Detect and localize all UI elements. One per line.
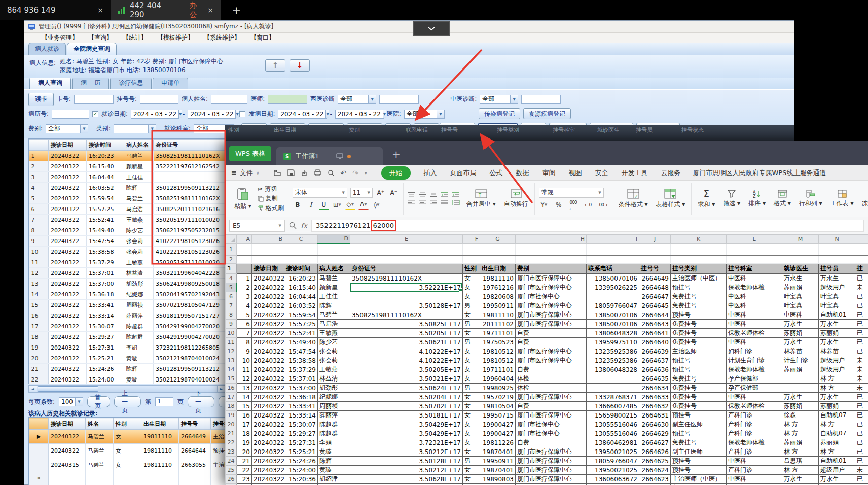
wps-menu-item[interactable]: 视图 xyxy=(569,168,582,178)
increase-decimal-icon[interactable]: ←.0 xyxy=(583,200,593,210)
row-number[interactable]: 2 xyxy=(226,256,237,264)
close-icon[interactable]: × xyxy=(207,6,213,14)
print-preview-icon[interactable] xyxy=(328,169,335,176)
column-header[interactable]: 挂号类 xyxy=(211,418,226,430)
wps-menu-item[interactable]: 数据 xyxy=(516,168,529,178)
his-tab[interactable]: 全院病史查询 xyxy=(67,43,117,55)
justify-icon[interactable] xyxy=(441,200,448,205)
thousands-icon[interactable]: 000, xyxy=(568,200,578,210)
table-row[interactable]: 72024032215:52:41王敏燕350205197111010020 xyxy=(29,215,226,225)
row-number[interactable]: 8 xyxy=(226,310,237,320)
column-letter[interactable]: K xyxy=(671,235,727,244)
align-left-icon[interactable] xyxy=(408,200,415,205)
row-number[interactable]: 14 xyxy=(226,365,237,374)
column-header[interactable]: 病人姓名 xyxy=(124,140,154,151)
row-number[interactable]: 23 xyxy=(226,447,237,457)
sheet-row[interactable]: 24 212024032215:24:26陈辉3.50128E+17男19950… xyxy=(226,457,868,466)
row-number[interactable]: 7 xyxy=(226,301,237,310)
sheet-row[interactable]: 3 接诊日期接诊时间病人姓名身份证号性别出生日期费别联系电话挂号号挂号类别挂号科… xyxy=(226,264,868,274)
onset-date-from[interactable]: 2024 - 03 - 22▼ xyxy=(278,110,327,119)
collapse-toolbar-button[interactable] xyxy=(413,21,450,36)
table-row[interactable]: 102024032215:38:58张会莉410222198105123026 xyxy=(29,247,226,257)
onset-date-checkbox[interactable] xyxy=(239,111,245,117)
record-no-input[interactable] xyxy=(52,110,89,119)
increase-indent-icon[interactable] xyxy=(452,192,459,197)
close-icon[interactable]: × xyxy=(97,6,103,14)
browser-tab-1[interactable]: 864 936 149 × xyxy=(0,0,111,20)
underline-button[interactable]: U xyxy=(319,200,329,210)
foodborne-disease-button[interactable]: 食源疾病登记 xyxy=(523,108,571,119)
row-number[interactable]: 18 xyxy=(226,402,237,411)
column-header[interactable]: 挂号号 xyxy=(179,418,211,430)
column-letter[interactable]: I xyxy=(587,235,639,244)
his-subtab[interactable]: 申请单 xyxy=(153,77,188,89)
column-header[interactable]: 接诊日期 xyxy=(49,418,86,430)
menu-item[interactable]: 【业务管理】 xyxy=(42,33,78,42)
table-row[interactable]: 202024032215:25:21黄璇350212198704010024 xyxy=(29,353,226,364)
copy-button[interactable]: 复制 xyxy=(258,194,284,203)
sheet-row[interactable]: 1 xyxy=(226,244,868,256)
sheet-row[interactable]: 18 152024032215:33:41周丽祯3.50702E+17女1981… xyxy=(226,402,868,411)
next-page-button[interactable]: 下一页 xyxy=(188,396,214,407)
column-letter[interactable]: B xyxy=(252,235,284,244)
menu-item[interactable]: 【系统维护】 xyxy=(204,33,240,42)
row-number[interactable]: 26 xyxy=(226,475,237,484)
column-header[interactable]: 接诊日期 xyxy=(49,140,87,151)
row-number[interactable]: 3 xyxy=(226,264,237,274)
font-size-select[interactable]: 11▼ xyxy=(350,188,373,198)
table-row[interactable]: 142024032215:36:18纪妮娜350204195702192043 xyxy=(29,289,226,300)
row-number[interactable]: 25 xyxy=(226,466,237,475)
column-letter[interactable]: G xyxy=(480,235,516,244)
sheet-row[interactable]: 5 22024032216:15:40颜新星3.52221E+17女197612… xyxy=(226,283,868,292)
tcm-diag-select[interactable]: 全部▼ xyxy=(480,95,518,104)
sheet-row[interactable]: 19 162024032215:33:14薛丽萍3.50181E+17女1995… xyxy=(226,411,868,420)
row-number[interactable]: 10 xyxy=(226,329,237,338)
table-row[interactable]: 212024032215:24:26陈辉350128199509113212 xyxy=(29,364,226,374)
row-number[interactable]: 20 xyxy=(226,420,237,429)
print-icon[interactable] xyxy=(314,169,321,176)
number-format-select[interactable]: 常规▼ xyxy=(539,188,604,198)
paste-button[interactable]: 粘贴 ▾ xyxy=(232,187,254,211)
rows-cols-button[interactable]: 行和列 ▾ xyxy=(797,190,824,208)
percent-icon[interactable]: % xyxy=(554,200,564,210)
sheet-row[interactable]: 21 182024032215:29:27陈超群3.50429E+17女1990… xyxy=(226,429,868,438)
column-letter[interactable]: L xyxy=(727,235,782,244)
sheet-row[interactable]: 23 202024032215:25:21黄璇3.50212E+17女19870… xyxy=(226,447,868,457)
column-letter[interactable] xyxy=(855,235,868,244)
regno-input[interactable] xyxy=(140,95,178,104)
cell-reference-box[interactable]: E5▼ xyxy=(229,220,285,232)
sheet-row[interactable]: 17 142024032215:36:18纪妮娜3.50204E+17女1957… xyxy=(226,393,868,402)
category-select[interactable]: ▼ xyxy=(114,124,156,133)
column-letter[interactable]: M xyxy=(782,235,819,244)
wps-menu-item[interactable]: 开始 xyxy=(381,166,411,180)
sheet-row[interactable]: 12 92024032215:47:54张会莉4.10222E+17女19810… xyxy=(226,347,868,356)
wrap-text-button[interactable]: 自动换行 xyxy=(502,189,530,209)
column-letter[interactable]: F xyxy=(463,235,480,244)
sum-button[interactable]: Σ求和 ▾ xyxy=(696,188,717,209)
table-row[interactable]: 112024032215:37:29王敏燕350205197111010020 xyxy=(29,257,226,268)
scrollbar-thumb[interactable] xyxy=(38,386,98,392)
scroll-left-icon[interactable]: ◄ xyxy=(29,386,37,392)
column-header[interactable]: 接诊时间 xyxy=(87,140,124,151)
table-row[interactable]: 92024032215:47:54张会莉410222198105123026 xyxy=(29,236,226,247)
wps-menu-item[interactable]: 审阅 xyxy=(542,168,556,178)
first-page-button[interactable]: 首页 xyxy=(87,396,110,407)
onset-date-to[interactable]: 2024 - 03 - 22▼ xyxy=(335,110,384,119)
spreadsheet-grid[interactable]: ABCDEFGHIJKLMN 1 2 3 接诊日期接诊时间病人姓名身份证号性别出… xyxy=(225,234,868,485)
row-number[interactable]: 15 xyxy=(226,374,237,384)
row-number[interactable]: 11 xyxy=(226,338,237,347)
select-all-corner[interactable] xyxy=(226,235,237,244)
menu-item[interactable]: 【查询】 xyxy=(88,33,113,42)
sheet-row[interactable]: 4 12024032216:20:23马碧兰35082519811110162X… xyxy=(226,274,868,283)
italic-button[interactable]: I xyxy=(306,200,316,210)
menu-item[interactable]: 【模板维护】 xyxy=(157,33,194,42)
file-menu[interactable]: ≡ 文件 ∨ xyxy=(231,168,260,178)
new-document-button[interactable]: + xyxy=(392,148,401,160)
undo-icon[interactable]: ↶ xyxy=(341,169,347,177)
prev-page-button[interactable]: 上一页 xyxy=(114,396,141,407)
column-header[interactable]: 出生日期 xyxy=(141,418,179,430)
page-size-select[interactable]: 100▼ xyxy=(59,397,83,406)
merge-center-button[interactable]: T 合并居中 ▾ xyxy=(464,189,498,209)
sheet-row[interactable]: 13 102024032215:38:58张会莉4.10222E+17女1981… xyxy=(226,356,868,365)
align-top-icon[interactable] xyxy=(408,192,415,197)
